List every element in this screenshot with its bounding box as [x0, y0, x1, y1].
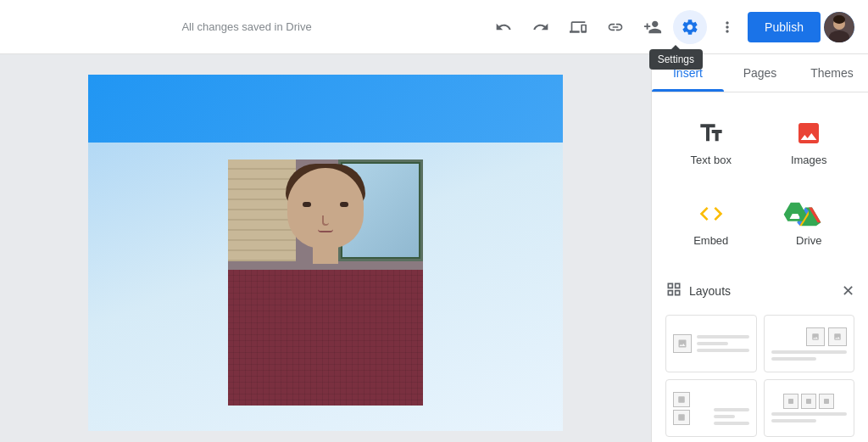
layouts-title: Layouts [689, 284, 731, 298]
canvas-area[interactable] [0, 54, 651, 442]
layout-card-3[interactable] [665, 379, 757, 437]
layout-lines-1 [697, 335, 749, 352]
text-box-label: Text box [691, 154, 732, 166]
link-button[interactable] [598, 10, 632, 44]
layout-line [697, 349, 749, 352]
settings-icon [681, 18, 699, 36]
device-preview-button[interactable] [561, 10, 595, 44]
images-icon [795, 120, 822, 147]
layout-img-placeholder [828, 327, 847, 346]
undo-button[interactable] [487, 10, 520, 44]
settings-tooltip: Settings [649, 49, 703, 70]
page-body [88, 143, 563, 431]
photo-shirt [228, 270, 423, 406]
layout-img-placeholder-1 [673, 334, 692, 353]
layouts-section: Layouts ✕ [665, 274, 854, 437]
layout-line [697, 342, 728, 345]
layout-line [714, 422, 749, 425]
photo-bg-siding [228, 159, 296, 261]
layout-images-row [771, 327, 848, 346]
toolbar-icons: Publish [487, 10, 854, 44]
layout-thumb-3 [673, 392, 749, 425]
layout-img-placeholder [806, 327, 825, 346]
layout-lines [771, 412, 848, 422]
layout-col [673, 392, 709, 425]
shirt-pattern [228, 270, 423, 406]
layout-line [771, 350, 848, 354]
text-box-icon [698, 120, 725, 147]
main-content: Insert Pages Themes Text b [0, 54, 868, 442]
insert-grid: Text box Images [665, 106, 854, 260]
device-icon [570, 19, 587, 36]
profile-photo [228, 159, 423, 406]
autosave-status: All changes saved in Drive [14, 20, 480, 33]
layout-img-sm [801, 394, 816, 409]
layout-img-sm [673, 392, 690, 407]
layout-card-1[interactable] [665, 315, 757, 372]
insert-drive[interactable]: Drive [764, 187, 855, 260]
layouts-header-left: Layouts [665, 281, 731, 301]
insert-text-box[interactable]: Text box [665, 106, 757, 180]
embed-icon [698, 200, 725, 227]
layout-line [714, 408, 749, 411]
avatar-image [824, 12, 854, 42]
add-person-icon [643, 18, 662, 36]
layout-lines [771, 350, 848, 361]
redo-icon [532, 19, 549, 36]
publish-button[interactable]: Publish [748, 12, 821, 42]
undo-icon [495, 19, 512, 36]
layouts-grid [665, 315, 854, 437]
layout-thumb-2 [771, 327, 848, 361]
redo-button[interactable] [524, 10, 558, 44]
more-icon [719, 19, 736, 36]
drive-label: Drive [796, 234, 821, 247]
layout-line [771, 357, 817, 361]
tab-themes[interactable]: Themes [796, 54, 868, 92]
layout-line [714, 415, 735, 418]
svg-point-4 [833, 15, 845, 24]
layout-thumb-1 [673, 322, 749, 365]
images-label: Images [791, 154, 827, 166]
insert-images[interactable]: Images [764, 106, 855, 180]
embed-label: Embed [693, 234, 728, 247]
user-avatar[interactable] [824, 12, 854, 42]
insert-panel: Text box Images [652, 92, 868, 442]
drive-icon [795, 200, 822, 227]
layouts-header: Layouts ✕ [665, 274, 854, 308]
more-button[interactable] [710, 10, 744, 44]
layout-line [771, 412, 848, 416]
add-person-button[interactable] [636, 10, 670, 44]
layouts-icon [665, 281, 682, 301]
insert-embed[interactable]: Embed [665, 187, 757, 260]
tab-pages[interactable]: Pages [724, 54, 796, 92]
layout-images-row [771, 394, 848, 409]
link-icon [607, 19, 624, 36]
layout-thumb-4 [771, 394, 848, 422]
layout-img-sm [819, 394, 834, 409]
photo-neck [313, 243, 338, 264]
layout-img-sm [673, 410, 690, 425]
layout-card-4[interactable] [764, 379, 855, 437]
page-header [88, 75, 563, 143]
layout-card-2[interactable] [764, 315, 855, 372]
layout-row [673, 392, 749, 425]
sidebar: Insert Pages Themes Text b [651, 54, 868, 442]
layouts-close-button[interactable]: ✕ [842, 282, 854, 300]
layout-img-sm [783, 394, 798, 409]
photo-head [287, 168, 364, 249]
settings-button[interactable] [673, 10, 707, 44]
layout-line [771, 419, 817, 422]
page-canvas [88, 75, 563, 431]
layout-lines [714, 408, 749, 425]
toolbar: All changes saved in Drive [0, 0, 868, 54]
layout-line [697, 335, 749, 338]
